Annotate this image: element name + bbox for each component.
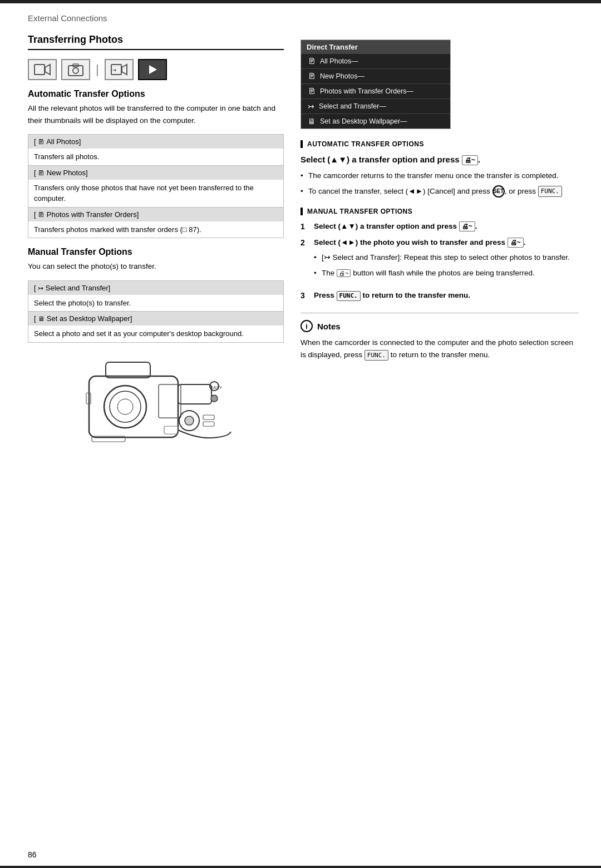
- icon-divider: |: [96, 62, 99, 77]
- svg-point-11: [110, 391, 141, 422]
- page-number: 86: [28, 850, 37, 859]
- manual-option-row-2: [ 🖥 Set as Desktop Wallpaper] Select a p…: [28, 312, 283, 342]
- step-3-bold: Press FUNC. to return to the transfer me…: [314, 291, 470, 299]
- auto-options-table: [ 🖹 All Photos] Transfers all photos. [ …: [28, 134, 284, 238]
- video-icon: [34, 63, 51, 76]
- option-row-2: [ 🖹 New Photos] Transfers only those pho…: [28, 166, 283, 208]
- left-column: Transferring Photos |: [28, 28, 284, 454]
- svg-rect-0: [35, 65, 45, 75]
- manual-desc: You can select the photo(s) to transfer.: [28, 260, 284, 273]
- step-2-bullet-2: The 🖨~ button will flash while the photo…: [314, 267, 579, 279]
- option-label-2-text: [ 🖹 New Photos]: [34, 169, 88, 177]
- svg-marker-1: [45, 65, 50, 75]
- svg-marker-8: [149, 65, 157, 74]
- option-desc-2: Transfers only those photos that have no…: [28, 180, 283, 207]
- svg-point-3: [73, 68, 78, 73]
- manual-option-desc-1: Select the photo(s) to transfer.: [28, 295, 283, 312]
- icon-transfer: ➜: [105, 59, 134, 80]
- step-3-num: 3: [300, 290, 309, 302]
- option-row-1: [ 🖹 All Photos] Transfers all photos.: [28, 135, 283, 166]
- screenshot-item-5-icon: 🖥: [308, 117, 316, 126]
- option-label-3: [ 🖹 Photos with Transfer Orders]: [28, 208, 283, 221]
- right-column: Direct Transfer 🖹 All Photos— 🖹 New Phot…: [300, 28, 579, 454]
- screenshot-item-1-label: All Photos—: [320, 57, 358, 65]
- svg-marker-6: [122, 65, 127, 75]
- step-1-bold: Select (▲▼) a transfer option and press …: [314, 222, 477, 230]
- notes-text: When the camcorder is connected to the c…: [300, 337, 579, 361]
- page: External Connections Transferring Photos: [0, 0, 601, 868]
- right-manual-label-text: Manual Transfer Options: [307, 208, 412, 215]
- svg-rect-21: [203, 415, 214, 420]
- step-1-content: Select (▲▼) a transfer option and press …: [314, 221, 579, 233]
- notes-box: i Notes When the camcorder is connected …: [300, 313, 579, 361]
- step-1-num: 1: [300, 221, 309, 233]
- step-2-bold: Select (◄►) the photo you wish to transf…: [314, 238, 526, 246]
- content-area: Transferring Photos |: [0, 23, 601, 471]
- svg-point-12: [117, 399, 133, 415]
- screenshot-item-3-label: Photos with Transfer Orders—: [320, 87, 413, 95]
- option-label-2: [ 🖹 New Photos]: [28, 166, 283, 180]
- svg-text:➜: ➜: [112, 67, 117, 73]
- svg-rect-14: [178, 384, 211, 404]
- manual-option-row-1: [ ↣ Select and Transfer] Select the phot…: [28, 281, 283, 312]
- manual-option-desc-2: Select a photo and set it as your comput…: [28, 326, 283, 342]
- right-auto-label-text: Automatic Transfer Options: [307, 140, 424, 148]
- screenshot-item-5: 🖥 Set as Desktop Wallpaper—: [301, 114, 450, 129]
- option-label-3-text: [ 🖹 Photos with Transfer Orders]: [34, 210, 139, 219]
- section-heading: Transferring Photos: [28, 34, 284, 50]
- page-header: External Connections: [0, 3, 601, 23]
- screenshot-item-1: 🖹 All Photos—: [301, 54, 450, 69]
- step-1: 1 Select (▲▼) a transfer option and pres…: [300, 221, 579, 233]
- step-2-num: 2: [300, 237, 309, 285]
- set-btn: SET: [492, 185, 505, 198]
- icon-row: | ➜: [28, 59, 284, 80]
- direct-transfer-screenshot: Direct Transfer 🖹 All Photos— 🖹 New Phot…: [300, 40, 451, 129]
- notes-label: i Notes: [300, 320, 579, 332]
- icon-play: [138, 59, 167, 80]
- camcorder-svg: EASY: [78, 354, 234, 454]
- camera-icon: [68, 63, 83, 76]
- svg-rect-22: [203, 422, 214, 426]
- screenshot-item-3: 🖹 Photos with Transfer Orders—: [301, 84, 450, 99]
- section-header-text: External Connections: [28, 13, 107, 23]
- print-btn-step1: 🖨~: [459, 221, 475, 231]
- func-btn-step3: FUNC.: [337, 291, 361, 302]
- auto-desc: All the relevant photos will be transfer…: [28, 102, 284, 126]
- camcorder-illustration: EASY: [28, 354, 284, 454]
- svg-text:EASY: EASY: [210, 385, 223, 390]
- manual-heading: Manual Transfer Options: [28, 247, 284, 257]
- option-desc-1: Transfers all photos.: [28, 149, 283, 165]
- func-btn-1: FUNC.: [538, 186, 562, 197]
- screenshot-title: Direct Transfer: [301, 40, 450, 54]
- screenshot-item-1-icon: 🖹: [308, 57, 316, 66]
- print-btn-auto: 🖨~: [462, 155, 478, 165]
- auto-heading: Automatic Transfer Options: [28, 89, 284, 99]
- svg-rect-25: [164, 426, 178, 434]
- svg-point-18: [211, 395, 218, 402]
- manual-option-label-2-text: [ 🖥 Set as Desktop Wallpaper]: [34, 314, 132, 323]
- option-row-3: [ 🖹 Photos with Transfer Orders] Transfe…: [28, 208, 283, 238]
- manual-option-label-1: [ ↣ Select and Transfer]: [28, 281, 283, 295]
- step-3-content: Press FUNC. to return to the transfer me…: [314, 290, 579, 302]
- screenshot-item-2: 🖹 New Photos—: [301, 69, 450, 84]
- func-btn-notes: FUNC.: [364, 350, 388, 361]
- auto-bullet-1: The camcorder returns to the transfer me…: [300, 170, 579, 182]
- print-btn-small: 🖨~: [337, 269, 351, 277]
- step-2-content: Select (◄►) the photo you wish to transf…: [314, 237, 579, 285]
- auto-bullet-2: To cancel the transfer, select (◄►) [Can…: [300, 185, 579, 198]
- screenshot-item-5-label: Set as Desktop Wallpaper—: [320, 117, 407, 125]
- play-icon: [146, 63, 159, 76]
- transfer-icon: ➜: [111, 63, 127, 76]
- manual-option-label-1-text: [ ↣ Select and Transfer]: [34, 284, 110, 292]
- svg-rect-9: [89, 376, 178, 437]
- screenshot-item-3-icon: 🖹: [308, 87, 316, 96]
- svg-point-20: [185, 416, 194, 425]
- svg-point-10: [104, 386, 146, 428]
- manual-options-table: [ ↣ Select and Transfer] Select the phot…: [28, 280, 284, 343]
- icon-camera: [61, 59, 90, 80]
- option-label-1: [ 🖹 All Photos]: [28, 135, 283, 149]
- step-2: 2 Select (◄►) the photo you wish to tran…: [300, 237, 579, 285]
- screenshot-item-2-icon: 🖹: [308, 72, 316, 81]
- option-label-1-text: [ 🖹 All Photos]: [34, 137, 81, 146]
- screenshot-item-4-label: Select and Transfer—: [319, 102, 386, 110]
